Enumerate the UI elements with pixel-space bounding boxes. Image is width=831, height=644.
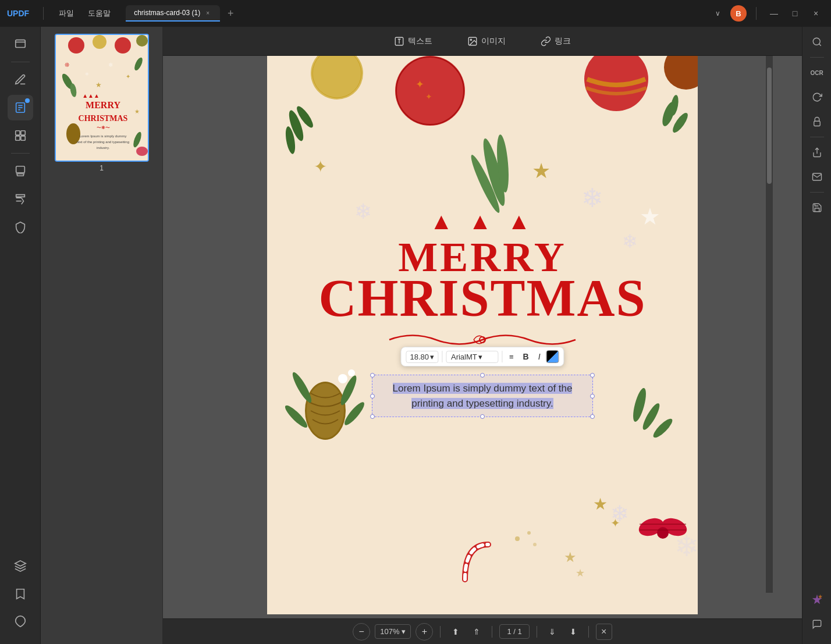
menu-file[interactable]: 파일 <box>53 6 80 21</box>
sidebar-convert[interactable] <box>8 186 33 212</box>
rs-ocr[interactable]: OCR <box>807 62 828 83</box>
card-trees: ▲ ▲ ▲ <box>430 208 535 234</box>
sidebar-protect[interactable] <box>8 214 33 240</box>
font-size-selector[interactable]: 18.80 ▾ <box>406 351 438 363</box>
sidebar-annotate[interactable] <box>8 95 33 120</box>
tab-label: christmas-card-03 (1) <box>134 9 200 17</box>
svg-rect-11 <box>17 174 23 176</box>
rs-email[interactable] <box>807 166 828 187</box>
svg-text:MERRY: MERRY <box>86 100 120 110</box>
scrollbar-thumb[interactable] <box>767 67 772 184</box>
handle-bc[interactable] <box>480 414 485 419</box>
image-tool-button[interactable]: 이미지 <box>459 33 514 50</box>
page-number: 1 <box>100 164 104 172</box>
sidebar-comment[interactable] <box>8 31 33 57</box>
main-layout: ★ ✦ ▲▲▲ MERRY CHRISTMAS 〜❋〜 Lorem Ipsum … <box>0 27 831 644</box>
handle-tr[interactable] <box>590 373 595 378</box>
svg-point-35 <box>136 147 148 156</box>
rs-search[interactable] <box>807 31 828 52</box>
top-toolbar: 텍스트 이미지 링크 <box>163 27 802 56</box>
nav-last-button[interactable]: ⬇ <box>565 624 581 640</box>
svg-text:industry.: industry. <box>96 146 109 150</box>
sidebar-sep-2 <box>11 153 30 154</box>
zoom-level-display[interactable]: 107% ▾ <box>375 624 411 639</box>
thumbnail-page-1[interactable]: ★ ✦ ▲▲▲ MERRY CHRISTMAS 〜❋〜 Lorem Ipsum … <box>55 34 149 172</box>
svg-text:★: ★ <box>95 81 102 89</box>
text-tool-button[interactable]: 텍스트 <box>386 33 441 50</box>
sidebar-stamp[interactable] <box>8 158 33 184</box>
bottom-bar-sep-3 <box>537 626 537 638</box>
zoom-out-button[interactable]: − <box>353 623 370 641</box>
tabs-overflow-button[interactable]: ∨ <box>709 5 726 22</box>
svg-text:Lorem Ipsum is simply dummy: Lorem Ipsum is simply dummy <box>79 134 126 138</box>
titlebar-controls: ∨ B — □ × <box>709 5 824 22</box>
ai-sparkle-icon <box>811 593 823 606</box>
align-button[interactable]: ≡ <box>506 350 517 364</box>
handle-mr[interactable] <box>590 394 595 399</box>
close-button[interactable]: × <box>808 5 824 22</box>
rs-sep-2 <box>810 137 824 137</box>
sidebar-bottom <box>8 553 33 639</box>
sidebar-sep-1 <box>11 62 30 62</box>
close-toolbar-button[interactable]: × <box>596 624 612 640</box>
svg-rect-6 <box>15 131 19 135</box>
handle-tc[interactable] <box>480 373 485 378</box>
handle-tl[interactable] <box>370 373 375 378</box>
bottom-bar: − 107% ▾ + ⬆ ⇑ 1 / 1 ⇓ ⬇ × <box>163 618 802 644</box>
sidebar-bookmark[interactable] <box>8 581 33 607</box>
svg-rect-9 <box>20 136 24 140</box>
thumbnail-image: ★ ✦ ▲▲▲ MERRY CHRISTMAS 〜❋〜 Lorem Ipsum … <box>55 34 149 162</box>
rs-lock[interactable] <box>807 111 828 132</box>
nav-prev-button[interactable]: ⇑ <box>468 624 485 640</box>
page-canvas[interactable]: ✦ ✦ <box>267 56 698 614</box>
bottom-bar-sep-2 <box>492 626 492 638</box>
svg-point-40 <box>470 39 471 40</box>
link-tool-icon <box>541 36 551 47</box>
svg-point-15 <box>68 37 84 54</box>
sidebar-edit[interactable] <box>8 67 33 92</box>
tab-christmas-card[interactable]: christmas-card-03 (1) × <box>126 5 220 22</box>
font-name-selector[interactable]: ArialMT ▾ <box>446 351 498 363</box>
controls-divider <box>756 7 757 20</box>
svg-text:❄: ❄ <box>85 72 89 77</box>
svg-rect-0 <box>15 40 25 48</box>
image-tool-label: 이미지 <box>481 36 506 47</box>
zoom-in-button[interactable]: + <box>416 623 433 641</box>
svg-text:❄: ❄ <box>108 62 113 68</box>
rs-ai[interactable] <box>807 589 828 610</box>
link-tool-button[interactable]: 링크 <box>532 33 579 50</box>
user-avatar[interactable]: B <box>730 5 747 22</box>
handle-bl[interactable] <box>370 414 375 419</box>
tab-close-button[interactable]: × <box>204 9 212 17</box>
color-swatch-button[interactable] <box>546 350 559 363</box>
bottom-bar-sep-4 <box>588 626 589 638</box>
rs-rotate[interactable] <box>807 87 828 108</box>
handle-br[interactable] <box>590 414 595 419</box>
bottom-bar-sep-1 <box>440 626 441 638</box>
scrollbar-track[interactable] <box>766 56 773 593</box>
sidebar-attachment[interactable] <box>8 609 33 635</box>
svg-rect-8 <box>15 136 19 140</box>
text-tool-label: 텍스트 <box>408 36 432 47</box>
rs-chat[interactable] <box>807 614 828 635</box>
bold-button[interactable]: B <box>520 350 532 364</box>
tab-add-button[interactable]: + <box>222 5 239 22</box>
nav-next-button[interactable]: ⇓ <box>544 624 560 640</box>
svg-text:CHRISTMAS: CHRISTMAS <box>78 114 127 123</box>
canvas-area[interactable]: ✦ ✦ <box>163 56 802 618</box>
handle-ml[interactable] <box>370 394 375 399</box>
rs-bottom <box>807 589 828 639</box>
font-name-dropdown-icon: ▾ <box>478 353 482 361</box>
sidebar-layers[interactable] <box>8 553 33 579</box>
maximize-button[interactable]: □ <box>787 5 803 22</box>
rs-save[interactable] <box>807 197 828 218</box>
nav-first-button[interactable]: ⬆ <box>448 624 464 640</box>
italic-button[interactable]: I <box>535 350 544 364</box>
sidebar-organize[interactable] <box>8 123 33 148</box>
text-box[interactable]: Lorem Ipsum is simply dummy text of the … <box>372 375 593 417</box>
titlebar: UPDF 파일 도움말 christmas-card-03 (1) × + ∨ … <box>0 0 831 27</box>
minimize-button[interactable]: — <box>766 5 782 22</box>
menu-help[interactable]: 도움말 <box>82 6 116 21</box>
svg-rect-7 <box>20 131 24 135</box>
rs-share[interactable] <box>807 142 828 163</box>
